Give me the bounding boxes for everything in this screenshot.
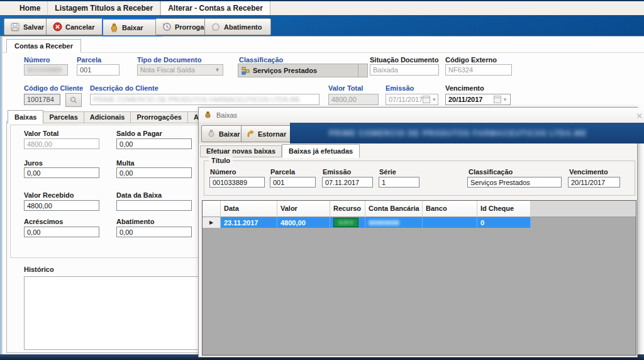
vencimento-label: Vencimento xyxy=(445,84,484,92)
moneybag-icon xyxy=(204,111,212,120)
grid-header-data[interactable]: Data xyxy=(221,201,277,217)
tab-parcelas[interactable]: Parcelas xyxy=(43,111,84,123)
m-serie-field[interactable]: 1 xyxy=(379,177,419,188)
classification-tree-icon xyxy=(242,67,250,75)
dialog-tab-strip: Efetuar novas baixas Baixas já efetuadas xyxy=(200,143,360,157)
cell-id-cheque-value: 0 xyxy=(480,219,484,227)
m-parcela-value: 001 xyxy=(273,179,284,186)
tab-baixas-ja-efetuadas[interactable]: Baixas já efetuadas xyxy=(282,144,360,158)
close-icon[interactable]: × xyxy=(636,111,642,120)
cell-data-value: 23.11.2017 xyxy=(224,219,258,227)
tab-baixas[interactable]: Baixas xyxy=(8,110,43,124)
classificacao-value: Serviços Prestados xyxy=(253,67,317,74)
dialog-baixar-button[interactable]: Baixar xyxy=(201,125,246,142)
cancel-button[interactable]: Cancelar xyxy=(46,18,106,35)
descricao-cliente-value: PRIME COMERCIO DE PRODUTOS FARMACEUTICOS… xyxy=(93,96,301,103)
bx-data-baixa-field[interactable] xyxy=(116,200,192,211)
m-vencimento-field[interactable]: 20/11/2017 xyxy=(568,177,620,188)
grid-row-selected[interactable]: ▶ 23.11.2017 4800,00 8.20.5 00000000 0 xyxy=(203,217,636,228)
baixas-dialog: Baixas × Baixar Estornar PRIME COMERCIO … xyxy=(198,107,638,357)
m-emissao-field[interactable]: 07.11.2017 xyxy=(322,177,373,188)
parcela-field[interactable]: 001 xyxy=(77,64,119,76)
tab-contas-a-receber[interactable]: Contas a Receber xyxy=(6,39,81,53)
tab-baixas-label: Baixas xyxy=(14,113,36,121)
abatimento-button[interactable]: Abatimento xyxy=(204,18,271,35)
classificacao-field[interactable]: Serviços Prestados xyxy=(238,64,365,77)
grid-header-id-cheque[interactable]: Id Cheque xyxy=(477,201,531,217)
nav-tab-home[interactable]: Home xyxy=(13,1,48,15)
cell-conta-value: 00000000 xyxy=(369,219,399,227)
classificacao-lookup-button[interactable] xyxy=(358,64,368,77)
m-vencimento-label: Vencimento xyxy=(569,168,608,176)
m-parcela-field[interactable]: 001 xyxy=(270,177,316,188)
tab-efetuar-novas-baixas[interactable]: Efetuar novas baixas xyxy=(200,145,282,157)
grid-header-conta-label: Conta Bancária xyxy=(369,205,419,212)
m-parcela-label: Parcela xyxy=(270,168,295,176)
grid-header-row: Data Valor Recurso Conta Bancária Banco … xyxy=(203,201,636,217)
prorrogar-button-label: Prorrogar xyxy=(175,23,207,31)
cliente-search-button[interactable] xyxy=(65,93,82,107)
descricao-cliente-label: Descrição do Cliente xyxy=(90,84,158,92)
situacao-documento-field: Baixada xyxy=(370,64,439,76)
m-classificacao-label: Classificação xyxy=(469,168,513,176)
cell-valor-value: 4800,00 xyxy=(280,219,306,227)
codigo-cliente-value: 1001784 xyxy=(27,96,54,103)
tab-prorrogacoes[interactable]: Prorrogações xyxy=(131,111,188,123)
dialog-toolbar: Baixar Estornar PRIME COMERCIO DE PRODUT… xyxy=(199,123,637,143)
bx-multa-value: 0,00 xyxy=(119,169,133,177)
tipo-documento-label: Tipo de Documento xyxy=(137,56,201,64)
dialog-title-bar[interactable]: Baixas × xyxy=(199,108,644,123)
baixas-grid: Data Valor Recurso Conta Bancária Banco … xyxy=(202,200,636,356)
calendar-icon: ▼ xyxy=(423,96,436,103)
nav-tab-strip: Home Listagem Titulos a Receber Alterar … xyxy=(0,1,644,15)
bx-abatimento-field[interactable]: 0,00 xyxy=(116,227,192,237)
valor-total-value: 4800,00 xyxy=(331,96,357,103)
nav-tab-listagem-label: Listagem Titulos a Receber xyxy=(55,4,153,13)
moneybag-icon xyxy=(109,23,119,33)
m-numero-field[interactable]: 001033889 xyxy=(209,177,265,188)
grid-header-valor-label: Valor xyxy=(280,205,297,212)
m-classificacao-field[interactable]: Serviços Prestados xyxy=(467,177,562,188)
dialog-estornar-button[interactable]: Estornar xyxy=(241,125,292,142)
grid-header-banco-label: Banco xyxy=(426,205,447,212)
bx-juros-value: 0,00 xyxy=(27,169,40,177)
grid-header-banco[interactable]: Banco xyxy=(423,201,477,217)
grid-header-filler xyxy=(531,201,636,217)
grid-header-id-cheque-label: Id Cheque xyxy=(480,205,514,212)
numero-value: 001033889 xyxy=(27,66,62,74)
recurso-badge: 8.20.5 xyxy=(333,218,358,227)
grid-header-valor[interactable]: Valor xyxy=(277,201,330,217)
bx-juros-field[interactable]: 0,00 xyxy=(24,167,99,178)
bx-multa-field[interactable]: 0,00 xyxy=(116,167,192,178)
bx-acrescimos-field[interactable]: 0,00 xyxy=(24,227,99,237)
emissao-label: Emissão xyxy=(386,84,414,92)
dialog-estornar-label: Estornar xyxy=(258,130,286,138)
cell-recurso: 8.20.5 xyxy=(330,217,365,228)
cell-conta-bancaria: 00000000 xyxy=(365,217,423,228)
bx-saldo-field[interactable]: 0,00 xyxy=(116,138,192,149)
tipo-documento-value: Nota Fiscal Saída xyxy=(140,66,195,74)
save-icon xyxy=(10,22,20,32)
tab-prorrogacoes-label: Prorrogações xyxy=(136,113,182,121)
bx-abatimento-label: Abatimento xyxy=(116,218,155,225)
tab-adicionais-label: Adicionais xyxy=(90,113,125,121)
bx-acrescimos-value: 0,00 xyxy=(27,228,40,236)
vencimento-date-field[interactable]: 20/11/2017 ▼ xyxy=(445,94,511,105)
bx-valor-recebido-field[interactable]: 4800,00 xyxy=(24,200,99,211)
tab-adicionais[interactable]: Adicionais xyxy=(84,111,131,123)
baixar-button[interactable]: Baixar xyxy=(102,18,163,37)
cell-banco xyxy=(423,217,477,228)
baixar-button-label: Baixar xyxy=(122,24,143,31)
grid-header-conta-bancaria[interactable]: Conta Bancária xyxy=(365,201,423,217)
grid-header-recurso[interactable]: Recurso xyxy=(330,201,365,217)
tipo-documento-select[interactable]: Nota Fiscal Saída ▼ xyxy=(137,64,223,76)
codigo-externo-field: NF6324 xyxy=(445,64,512,76)
nav-tab-listagem-titulos[interactable]: Listagem Titulos a Receber xyxy=(48,1,160,15)
bx-multa-label: Multa xyxy=(116,159,135,167)
bx-acrescimos-label: Acréscimos xyxy=(24,218,63,225)
emissao-date-field[interactable]: 07/11/2017 ▼ xyxy=(386,94,438,105)
discount-circle-icon xyxy=(211,22,221,32)
cancel-button-label: Cancelar xyxy=(65,23,94,31)
nav-tab-alterar-contas[interactable]: Alterar - Contas a Receber xyxy=(160,1,270,15)
bx-saldo-value: 0,00 xyxy=(119,140,133,148)
